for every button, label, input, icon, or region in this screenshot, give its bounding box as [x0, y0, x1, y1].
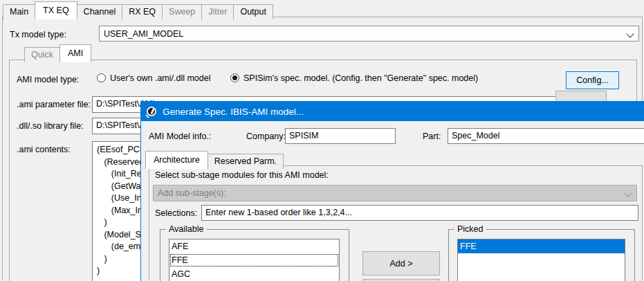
- ami-contents-label: .ami contents:: [17, 145, 71, 154]
- radio-spisim-spec-model[interactable]: SPISim's spec. model. (Config. then "Gen…: [230, 73, 478, 83]
- radio-icon: [97, 73, 106, 82]
- main-tab-bar: Main TX EQ Channel RX EQ Sweep Jitter Ou…: [3, 1, 273, 19]
- tab-architecture[interactable]: Architecture: [145, 151, 208, 169]
- tab-reserved-parm[interactable]: Reserved Parm.: [208, 154, 284, 169]
- picked-list[interactable]: FFE: [457, 239, 625, 281]
- selections-label: Selections:: [155, 208, 197, 218]
- tx-model-type-label: Tx model type:: [10, 30, 66, 39]
- tab-jitter: Jitter: [201, 4, 234, 19]
- architecture-tab-page: Select sub-stage modules for this AMI mo…: [149, 165, 643, 281]
- tx-model-type-select[interactable]: USER_AMI_MODEL: [99, 26, 639, 42]
- ami-model-info-label: AMI Model info.:: [149, 132, 211, 141]
- tx-model-type-value: USER_AMI_MODEL: [104, 29, 183, 39]
- section-heading: Select sub-stage modules for this AMI mo…: [155, 170, 329, 180]
- dialog-tab-bar: Architecture Reserved Parm.: [145, 151, 283, 169]
- dll-library-file-label: .dll/.so library file:: [17, 121, 84, 131]
- add-button[interactable]: Add >: [362, 251, 440, 275]
- dialog-titlebar[interactable]: Generate Spec. IBIS-AMI model...: [141, 102, 644, 121]
- chevron-down-icon: [624, 189, 632, 197]
- magnifier-app-icon: [147, 107, 156, 116]
- list-item-agc[interactable]: AGC: [169, 267, 339, 281]
- tab-output[interactable]: Output: [233, 4, 273, 19]
- tab-quick: Quick: [24, 47, 60, 62]
- part-input[interactable]: Spec_Model: [448, 128, 644, 144]
- picked-group-label: Picked: [454, 224, 486, 234]
- company-input[interactable]: SPISIM: [285, 128, 396, 144]
- add-substage-select: Add sub-stage(s):: [153, 185, 637, 201]
- radio-user-own-model[interactable]: User's own .ami/.dll model: [97, 73, 211, 83]
- list-item-ffe-picked[interactable]: FFE: [458, 239, 625, 253]
- available-group: Available AFE FFE AGC: [160, 229, 349, 281]
- radio-spisim-label: SPISim's spec. model. (Config. then "Gen…: [243, 73, 478, 83]
- radio-selected-icon: [230, 73, 239, 82]
- tab-tx-eq[interactable]: TX EQ: [35, 1, 77, 19]
- available-group-label: Available: [166, 224, 207, 234]
- selections-input[interactable]: Enter new 1-based order like 1,3,2,4...: [201, 205, 638, 221]
- ami-parameter-file-label: .ami parameter file:: [17, 100, 91, 109]
- tab-rx-eq[interactable]: RX EQ: [122, 4, 163, 19]
- tab-channel[interactable]: Channel: [77, 4, 123, 19]
- ami-model-type-label: AMI model type:: [17, 75, 79, 84]
- tab-main[interactable]: Main: [3, 4, 35, 19]
- sub-tab-bar: Quick AMI: [24, 44, 91, 62]
- generate-spec-dialog: Generate Spec. IBIS-AMI model... AMI Mod…: [140, 101, 644, 281]
- add-substage-label: Add sub-stage(s):: [158, 188, 226, 198]
- part-label: Part:: [423, 132, 441, 141]
- radio-user-own-label: User's own .ami/.dll model: [110, 73, 211, 83]
- config-button[interactable]: Config...: [566, 71, 619, 89]
- tab-ami[interactable]: AMI: [59, 44, 91, 62]
- chevron-down-icon: [626, 30, 634, 37]
- list-item-afe[interactable]: AFE: [169, 239, 339, 253]
- company-label: Company:: [246, 132, 286, 141]
- application-window: Main TX EQ Channel RX EQ Sweep Jitter Ou…: [0, 0, 644, 281]
- picked-group: Picked FFE: [448, 229, 635, 281]
- tab-sweep: Sweep: [162, 4, 202, 19]
- available-list[interactable]: AFE FFE AGC: [169, 239, 340, 281]
- list-item-ffe[interactable]: FFE: [169, 253, 339, 267]
- dialog-title: Generate Spec. IBIS-AMI model...: [163, 107, 304, 117]
